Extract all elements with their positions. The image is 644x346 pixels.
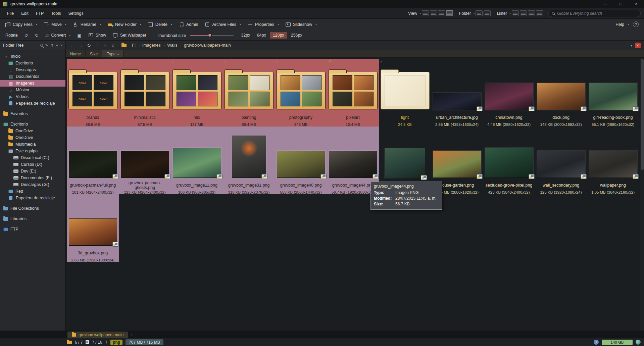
admin-button[interactable]: Admin bbox=[176, 19, 201, 30]
home-icon[interactable]: ⌂ bbox=[101, 42, 109, 49]
search-icon[interactable] bbox=[40, 44, 43, 47]
folder-menu-label[interactable]: Folder bbox=[459, 11, 471, 16]
thumb-size-128px-button[interactable]: 128px bbox=[270, 32, 287, 39]
folder-item[interactable]: ✓pixelart10.4 MB bbox=[327, 59, 379, 127]
scrollbar-thumb[interactable] bbox=[641, 59, 644, 170]
folder-item[interactable]: ›photography343 MB bbox=[275, 59, 327, 127]
sidebar-item-dev-e-[interactable]: Dev (E:) bbox=[0, 168, 65, 175]
sidebar-item-ftp[interactable]: FTP bbox=[0, 226, 65, 233]
menu-settings[interactable]: Settings bbox=[65, 8, 87, 19]
file-item[interactable]: gruvbox-pacman-full.png101 KB (4264x2400… bbox=[67, 127, 119, 194]
breadcrumb-segment[interactable]: gruvbox-wallpapers-main bbox=[182, 42, 233, 48]
file-item[interactable]: girl-reading-book.png55.1 KB (2880x1620x… bbox=[587, 59, 639, 127]
sidebar-item-onedrive[interactable]: OneDrive bbox=[0, 134, 65, 141]
folder-item[interactable]: ›mix137 MB bbox=[171, 59, 223, 127]
sidebar-item-papelera-de-reciclaje[interactable]: Papelera de reciclaje bbox=[0, 100, 65, 107]
rotate-ccw-button[interactable]: ↺ bbox=[21, 30, 32, 40]
search-input[interactable] bbox=[557, 11, 637, 16]
file-item[interactable]: gruvbox-pacman-ghosts.png123 KB (4264x24… bbox=[119, 127, 171, 194]
file-item[interactable]: secluded-grove-pixel.png423 KB (3840x240… bbox=[483, 127, 535, 194]
thumb-size-64px-button[interactable]: 64px bbox=[254, 32, 269, 39]
info-icon[interactable] bbox=[594, 340, 599, 345]
sidebar-item-documentos-f-[interactable]: Documentos (F:) bbox=[0, 175, 65, 181]
view-menu-label[interactable]: View bbox=[408, 11, 417, 16]
file-item[interactable]: gruvbox_image31.png318 KB (1920x2376x32) bbox=[223, 127, 275, 194]
sidebar-item-file-collections[interactable]: File Collections bbox=[0, 205, 65, 212]
sidebar-item-onedrive[interactable]: OneDrive bbox=[0, 128, 65, 134]
path-dropdown-icon[interactable] bbox=[631, 44, 632, 47]
transform-button[interactable]: ▣ bbox=[74, 30, 85, 40]
slider-knob[interactable] bbox=[208, 33, 212, 37]
edit-icon[interactable]: ✎ bbox=[45, 43, 48, 48]
maximize-button[interactable]: □ bbox=[613, 0, 629, 8]
up-icon[interactable]: ↑ bbox=[93, 42, 101, 49]
folder-format-icon[interactable] bbox=[476, 10, 483, 16]
favorites-icon[interactable]: ☆ bbox=[109, 42, 117, 49]
menu-file[interactable]: File bbox=[3, 8, 17, 19]
properties-button[interactable]: Properties bbox=[244, 19, 282, 30]
list-view-icon[interactable] bbox=[430, 10, 437, 16]
sidebar-item-libraries[interactable]: Libraries bbox=[0, 215, 65, 222]
sidebar-item-escritorio[interactable]: Escritorio bbox=[0, 60, 65, 66]
sidebar-item-multimedia[interactable]: Multimedia bbox=[0, 141, 65, 148]
tree-lister-icon[interactable] bbox=[536, 10, 543, 16]
close-icon[interactable]: × bbox=[60, 43, 62, 47]
folder-item[interactable]: ›light24.5 KB bbox=[379, 59, 431, 127]
globe-icon[interactable] bbox=[636, 340, 641, 345]
folder-options-icon[interactable] bbox=[484, 10, 491, 16]
column-size[interactable]: Size bbox=[86, 50, 102, 57]
folder-tab[interactable]: gruvbox-wallpapers-main bbox=[67, 331, 128, 338]
show-button[interactable]: Show bbox=[85, 30, 109, 40]
slideshow-button[interactable]: Slideshow bbox=[282, 19, 320, 30]
move-button[interactable]: Move bbox=[41, 19, 70, 30]
sidebar-item-escritorio[interactable]: Escritorio bbox=[0, 121, 65, 128]
thumbnails-view-icon[interactable] bbox=[446, 10, 453, 16]
sidebar-item-m-sica[interactable]: ♪Música bbox=[0, 87, 65, 93]
set-wallpaper-button[interactable]: Set Wallpaper bbox=[109, 30, 150, 40]
sidebar-item-descargas-g-[interactable]: Descargas (G:) bbox=[0, 181, 65, 188]
column-type[interactable]: Type▴ bbox=[102, 50, 123, 57]
help-button[interactable]: Help bbox=[612, 19, 632, 30]
file-item[interactable]: dock.png148 KB (3000x1692x32) bbox=[535, 59, 587, 127]
back-icon[interactable]: ← bbox=[69, 42, 77, 49]
folder-item[interactable]: ›painting86.4 MB bbox=[223, 59, 275, 127]
sidebar-item-descargas[interactable]: ↓Descargas bbox=[0, 66, 65, 73]
breadcrumb-segment[interactable]: Walls bbox=[165, 42, 179, 48]
menu-ftp[interactable]: FTP bbox=[32, 8, 48, 19]
archive-files-button[interactable]: Archive Files bbox=[201, 19, 244, 30]
convert-button[interactable]: ⇄ Convert bbox=[42, 30, 74, 40]
vertical-scrollbar[interactable] bbox=[640, 58, 644, 331]
sidebar-item-este-equipo[interactable]: Este equipo bbox=[0, 148, 65, 154]
global-search[interactable] bbox=[548, 10, 641, 17]
help-icon[interactable]: ? bbox=[633, 21, 639, 27]
thumb-size-256px-button[interactable]: 256px bbox=[288, 32, 305, 39]
rename-button[interactable]: Rename bbox=[70, 19, 104, 30]
sidebar-item-disco-local-c-[interactable]: Disco local (C:) bbox=[0, 154, 65, 161]
lister-menu-label[interactable]: Lister bbox=[497, 11, 507, 16]
file-item[interactable]: wallpaper.png1.05 MB (3840x2160x32) bbox=[587, 127, 639, 194]
single-lister-icon[interactable] bbox=[512, 10, 519, 16]
dual-horizontal-lister-icon[interactable] bbox=[528, 10, 535, 16]
sidebar-item-im-genes[interactable]: ▦Imágenes bbox=[0, 80, 65, 87]
rotate-cw-button[interactable]: ↻ bbox=[32, 30, 42, 40]
breadcrumb-segment[interactable]: Imágenes bbox=[140, 42, 163, 48]
details-view-icon[interactable] bbox=[422, 10, 429, 16]
add-tab-button[interactable]: + bbox=[128, 331, 136, 338]
column-name[interactable]: Name bbox=[66, 50, 86, 57]
file-item[interactable]: gruvbox_image40.png553 KB (2560x1440x32) bbox=[275, 127, 327, 194]
refresh-icon[interactable]: ↻ bbox=[85, 42, 93, 49]
file-item[interactable]: gruvbox_image11.png186 KB (960x605x32) bbox=[171, 127, 223, 194]
sidebar-item-videos[interactable]: ▶Videos bbox=[0, 93, 65, 100]
breadcrumb-segment[interactable]: F: bbox=[130, 42, 138, 48]
forward-icon[interactable]: → bbox=[77, 42, 85, 49]
dropdown-icon[interactable]: ▾ bbox=[56, 43, 58, 48]
file-item[interactable]: 3d_gruvbox.png2.66 MB (1920x1080x24) bbox=[67, 194, 119, 262]
collapse-icon[interactable]: ⇑ bbox=[51, 43, 54, 48]
sidebar-item-favorites[interactable]: Favorites bbox=[0, 110, 65, 117]
dual-vertical-lister-icon[interactable] bbox=[520, 10, 527, 16]
sidebar-item-inicio[interactable]: ⌂Inicio bbox=[0, 53, 65, 60]
thumb-size-32px-button[interactable]: 32px bbox=[238, 32, 253, 39]
file-item[interactable]: wall_secondary.png125 KB (1920x1080x24) bbox=[535, 127, 587, 194]
file-item[interactable]: urban_architecture.jpg2.55 MB (4393x1600… bbox=[431, 59, 483, 127]
delete-button[interactable]: Delete bbox=[145, 19, 176, 30]
